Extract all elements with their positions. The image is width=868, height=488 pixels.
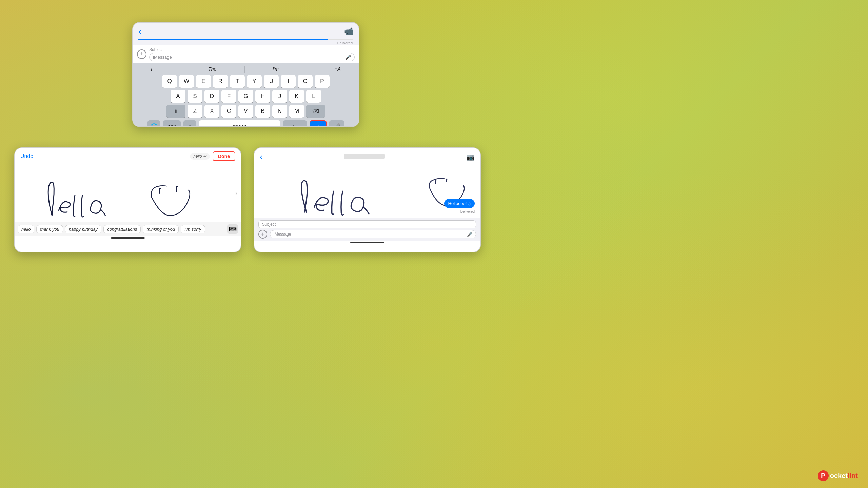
- key-c[interactable]: C: [221, 105, 236, 118]
- suggestion-thinkingofyou[interactable]: thinking of you: [143, 225, 179, 233]
- chat-mic-icon[interactable]: 🎤: [467, 232, 472, 237]
- suggestion-thankyou[interactable]: thank you: [36, 225, 63, 233]
- key-y[interactable]: Y: [247, 75, 262, 88]
- scroll-right-chevron[interactable]: ›: [235, 189, 237, 197]
- divider: [244, 66, 245, 73]
- key-b[interactable]: B: [255, 105, 270, 118]
- top-header: ‹ 📹: [133, 23, 359, 38]
- keyboard-suggestions: I The I'm ≡A: [134, 66, 357, 75]
- subject-field[interactable]: Subject: [149, 47, 355, 53]
- delete-key[interactable]: ⌫: [306, 105, 325, 118]
- key-i[interactable]: I: [281, 75, 296, 88]
- key-a[interactable]: A: [171, 90, 185, 103]
- key-z[interactable]: Z: [188, 105, 202, 118]
- progress-area: Delivered: [133, 38, 359, 45]
- key-q[interactable]: Q: [162, 75, 177, 88]
- chat-area: Helloooo! :) Delivered: [254, 164, 480, 218]
- key-p[interactable]: P: [315, 75, 330, 88]
- keyboard-row-3: ⇧ Z X C V B N M ⌫: [134, 105, 357, 118]
- key-v[interactable]: V: [238, 105, 253, 118]
- plus-button[interactable]: +: [137, 49, 146, 59]
- delivered-status: Delivered: [337, 41, 353, 45]
- chat-handwriting-svg: [254, 164, 480, 218]
- globe-key[interactable]: 🌐: [147, 120, 160, 127]
- chat-subject-field[interactable]: Subject: [258, 220, 476, 228]
- keyboard-row-1: Q W E R T Y U I O P: [134, 75, 357, 88]
- home-indicator-bottom-right: [350, 242, 384, 243]
- key-d[interactable]: D: [204, 90, 219, 103]
- imessage-input[interactable]: iMessage 🎤: [149, 53, 355, 61]
- bottom-left-screenshot: Undo hello ↩ Done: [14, 147, 241, 252]
- mic-icon[interactable]: 🎤: [345, 55, 351, 60]
- handwriting-suggestions-bar: hello thank you happy birthday congratul…: [15, 222, 241, 236]
- undo-button[interactable]: Undo: [20, 153, 33, 159]
- handwriting-svg: [15, 163, 241, 222]
- key-j[interactable]: J: [272, 90, 287, 103]
- key-r[interactable]: R: [213, 75, 228, 88]
- suggestion-special[interactable]: ≡A: [335, 66, 341, 73]
- top-phone-screenshot: ‹ 📹 Delivered + Subject iMessage 🎤 I The…: [132, 22, 359, 127]
- delivered-label: Delivered: [460, 210, 475, 214]
- key-h[interactable]: H: [255, 90, 270, 103]
- divider: [307, 66, 307, 73]
- suggestion-the[interactable]: The: [208, 66, 216, 73]
- key-u[interactable]: U: [264, 75, 279, 88]
- key-m[interactable]: M: [289, 105, 304, 118]
- handwriting-header: Undo hello ↩ Done: [15, 148, 241, 163]
- chat-back-arrow-icon[interactable]: ‹: [260, 151, 263, 162]
- chat-header: ‹ 📷: [254, 148, 480, 164]
- suggestion-happybirthday[interactable]: happy birthday: [65, 225, 101, 233]
- compose-area: + Subject iMessage 🎤: [133, 45, 359, 63]
- suggestion-i[interactable]: I: [151, 66, 152, 73]
- key-t[interactable]: T: [230, 75, 245, 88]
- key-s[interactable]: S: [188, 90, 202, 103]
- chat-imessage-row: + iMessage 🎤: [258, 230, 476, 239]
- keyboard-row-2: A S D F G H J K L: [134, 90, 357, 103]
- progress-bar: [138, 39, 353, 40]
- suggestion-congratulations[interactable]: congratulations: [103, 225, 141, 233]
- progress-bar-fill: [138, 39, 328, 40]
- pocketlint-label: ocketlint: [830, 472, 858, 480]
- key-n[interactable]: N: [272, 105, 287, 118]
- handwriting-key[interactable]: ✒: [310, 120, 327, 127]
- chat-video-icon[interactable]: 📷: [466, 153, 475, 161]
- key-l[interactable]: L: [306, 90, 321, 103]
- divider: [180, 66, 180, 73]
- key-k[interactable]: K: [289, 90, 304, 103]
- chat-compose-wrapper: Subject + iMessage 🎤: [254, 218, 480, 241]
- preview-badge: hello ↩: [190, 153, 210, 160]
- emoji-key[interactable]: ☺: [183, 120, 196, 127]
- key-g[interactable]: G: [238, 90, 253, 103]
- pocketlint-logo: P: [818, 470, 829, 481]
- key-e[interactable]: E: [196, 75, 211, 88]
- dictation-key[interactable]: 🎤: [329, 120, 344, 127]
- key-w[interactable]: W: [179, 75, 194, 88]
- pocketlint-watermark: P ocketlint: [818, 470, 858, 481]
- key-f[interactable]: F: [221, 90, 236, 103]
- suggestion-im[interactable]: I'm: [273, 66, 279, 73]
- contact-info: [344, 154, 385, 160]
- suggestion-hello[interactable]: hello: [18, 225, 34, 233]
- key-o[interactable]: O: [298, 75, 313, 88]
- chat-plus-button[interactable]: +: [258, 230, 267, 239]
- imessage-placeholder: iMessage: [153, 55, 172, 60]
- back-arrow-icon[interactable]: ‹: [138, 26, 141, 37]
- home-indicator-bottom-left: [111, 237, 145, 239]
- chat-bubble: Helloooo! :): [444, 199, 475, 208]
- imessage-placeholder-right: iMessage: [274, 232, 291, 237]
- return-key[interactable]: return: [283, 120, 307, 127]
- keyboard-toggle-button[interactable]: ⌨: [227, 224, 238, 234]
- numbers-key[interactable]: 123: [163, 120, 181, 127]
- suggestion-imsorry[interactable]: I'm sorry: [181, 225, 205, 233]
- video-call-icon[interactable]: 📹: [344, 27, 353, 36]
- chat-bubble-text: Helloooo! :): [448, 201, 471, 206]
- bottom-right-screenshot: ‹ 📷: [254, 147, 481, 252]
- done-button[interactable]: Done: [213, 151, 235, 161]
- chat-input-field[interactable]: iMessage 🎤: [270, 230, 476, 238]
- shift-key[interactable]: ⇧: [166, 105, 185, 118]
- space-key[interactable]: space: [199, 120, 280, 127]
- key-x[interactable]: X: [204, 105, 219, 118]
- contact-name: [344, 154, 385, 159]
- keyboard-bottom-row: 🌐 123 ☺ space return ✒ 🎤: [134, 120, 357, 127]
- handwriting-canvas[interactable]: ›: [15, 163, 241, 222]
